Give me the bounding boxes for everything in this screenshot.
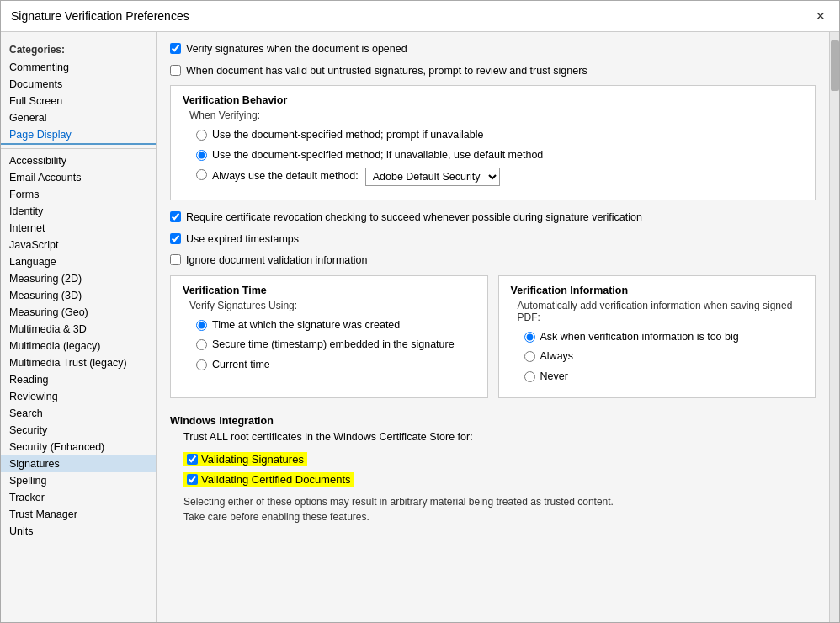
verify-method-radio-2[interactable]: [196, 150, 207, 161]
expired-timestamps-label: Use expired timestamps: [186, 232, 299, 248]
validating-signatures-label: Validating Signatures: [201, 453, 304, 466]
verify-on-open-label: Verify signatures when the document is o…: [186, 42, 407, 57]
sidebar-item-multimedia-legacy[interactable]: Multimedia (legacy): [1, 338, 156, 354]
scrollbar-track[interactable]: [829, 32, 839, 622]
sidebar-item-documents[interactable]: Documents: [1, 76, 156, 93]
verify-time-label-1: Time at which the signature was created: [212, 318, 400, 333]
sidebar-item-javascript[interactable]: JavaScript: [1, 237, 156, 253]
verify-method-label-2: Use the document-specified method; if un…: [212, 148, 543, 163]
ignore-validation-label: Ignore document validation information: [186, 253, 367, 269]
panel-body: Verify signatures when the document is o…: [157, 32, 829, 622]
sidebar-item-reading[interactable]: Reading: [1, 371, 156, 388]
ignore-validation-row: Ignore document validation information: [170, 253, 816, 269]
sidebar-item-multimedia-trust[interactable]: Multimedia Trust (legacy): [1, 354, 156, 371]
sidebar-item-identity[interactable]: Identity: [1, 203, 156, 220]
default-method-select[interactable]: Adobe Default Security: [365, 168, 500, 186]
sidebar-item-security-enhanced[interactable]: Security (Enhanced): [1, 439, 156, 455]
sidebar-item-reviewing[interactable]: Reviewing: [1, 388, 156, 405]
vi-radio-row-3: Never: [524, 370, 804, 385]
verify-method-label-1: Use the document-specified method; promp…: [212, 128, 483, 143]
sidebar-item-general[interactable]: General: [1, 109, 156, 126]
verify-info-label-3: Never: [540, 370, 568, 385]
sidebar-divider: [1, 148, 156, 149]
verification-time-subtitle: Verify Signatures Using:: [189, 300, 476, 312]
sidebar-item-measuring-2d[interactable]: Measuring (2D): [1, 270, 156, 287]
verification-info-subtitle: Automatically add verification informati…: [518, 300, 804, 323]
cert-revocation-label: Require certificate revocation checking …: [186, 210, 642, 226]
sidebar-item-tracker[interactable]: Tracker: [1, 489, 156, 506]
scrollbar-thumb[interactable]: [831, 40, 839, 91]
vt-radio-row-3: Current time: [196, 358, 476, 373]
sidebar-item-internet[interactable]: Internet: [1, 220, 156, 237]
sidebar: Categories: Commenting Documents Full Sc…: [1, 32, 157, 622]
vi-radio-row-1: Ask when verification information is too…: [524, 330, 804, 345]
windows-integration-warning: Selecting either of these options may re…: [183, 494, 816, 524]
verify-time-radio-3[interactable]: [196, 359, 207, 370]
sidebar-item-page-display[interactable]: Page Display: [1, 126, 156, 145]
validating-signatures-checkbox[interactable]: [187, 454, 198, 465]
verify-time-radio-1[interactable]: [196, 320, 207, 331]
dialog-title: Signature Verification Preferences: [11, 9, 189, 23]
always-default-row: Always use the default method: Adobe Def…: [212, 168, 500, 186]
main-content: Categories: Commenting Documents Full Sc…: [1, 32, 839, 622]
cert-revocation-checkbox[interactable]: [170, 211, 181, 222]
validating-certified-label: Validating Certified Documents: [201, 473, 351, 486]
verify-on-open-row: Verify signatures when the document is o…: [170, 42, 816, 57]
sidebar-item-forms[interactable]: Forms: [1, 186, 156, 203]
sidebar-item-measuring-3d[interactable]: Measuring (3D): [1, 287, 156, 304]
sidebar-item-email-accounts[interactable]: Email Accounts: [1, 169, 156, 186]
verification-behavior-section: Verification Behavior When Verifying: Us…: [170, 85, 816, 200]
validating-signatures-row: Validating Signatures: [183, 452, 816, 467]
verify-info-label-2: Always: [540, 349, 574, 365]
verify-info-radio-1[interactable]: [524, 332, 535, 343]
verification-info-title: Verification Information: [511, 285, 804, 296]
categories-label: Categories:: [1, 39, 156, 59]
verification-time-title: Verification Time: [183, 285, 476, 296]
verification-time-section: Verification Time Verify Signatures Usin…: [170, 275, 488, 399]
verify-info-radio-2[interactable]: [524, 351, 535, 362]
sidebar-item-multimedia-3d[interactable]: Multimedia & 3D: [1, 321, 156, 338]
trust-all-label: Trust ALL root certificates in the Windo…: [183, 430, 816, 445]
radio-row-doc-method-default: Use the document-specified method; if un…: [196, 148, 803, 163]
ignore-validation-checkbox[interactable]: [170, 254, 181, 265]
verify-method-radio-3[interactable]: [196, 169, 207, 180]
windows-integration-title: Windows Integration: [170, 415, 816, 427]
right-panel: Verify signatures when the document is o…: [157, 32, 829, 622]
verify-info-label-1: Ask when verification information is too…: [540, 330, 739, 345]
untrusted-signatures-checkbox[interactable]: [170, 65, 181, 76]
verify-info-radio-3[interactable]: [524, 371, 535, 382]
sidebar-item-language[interactable]: Language: [1, 253, 156, 270]
validating-signatures-highlight: Validating Signatures: [183, 452, 307, 466]
sidebar-item-search[interactable]: Search: [1, 405, 156, 422]
verify-method-radio-1[interactable]: [196, 130, 207, 141]
radio-row-doc-method-prompt: Use the document-specified method; promp…: [196, 128, 803, 143]
verification-behavior-subtitle: When Verifying:: [189, 109, 803, 121]
verify-on-open-checkbox[interactable]: [170, 43, 181, 54]
sidebar-item-trust-manager[interactable]: Trust Manager: [1, 506, 156, 523]
verification-behavior-title: Verification Behavior: [183, 94, 803, 106]
validating-certified-highlight: Validating Certified Documents: [183, 472, 354, 487]
radio-row-always-default: Always use the default method: Adobe Def…: [196, 168, 803, 186]
preferences-dialog: Signature Verification Preferences ✕ Cat…: [0, 0, 840, 623]
verify-time-label-3: Current time: [212, 358, 270, 373]
sidebar-item-commenting[interactable]: Commenting: [1, 59, 156, 76]
close-button[interactable]: ✕: [812, 8, 829, 24]
sidebar-item-spelling[interactable]: Spelling: [1, 472, 156, 489]
windows-integration-section: Windows Integration Trust ALL root certi…: [170, 415, 816, 524]
validating-certified-checkbox[interactable]: [187, 474, 198, 485]
sidebar-item-units[interactable]: Units: [1, 523, 156, 540]
two-col-section: Verification Time Verify Signatures Usin…: [170, 275, 816, 409]
sidebar-item-measuring-geo[interactable]: Measuring (Geo): [1, 304, 156, 321]
verify-time-radio-2[interactable]: [196, 339, 207, 350]
sidebar-item-security[interactable]: Security: [1, 422, 156, 439]
vi-radio-row-2: Always: [524, 349, 804, 365]
verify-time-label-2: Secure time (timestamp) embedded in the …: [212, 338, 455, 353]
sidebar-item-signatures[interactable]: Signatures: [1, 455, 156, 472]
sidebar-item-accessibility[interactable]: Accessibility: [1, 152, 156, 169]
untrusted-signatures-row: When document has valid but untrusted si…: [170, 64, 816, 79]
expired-timestamps-checkbox[interactable]: [170, 233, 181, 244]
sidebar-item-full-screen[interactable]: Full Screen: [1, 93, 156, 109]
vt-radio-row-2: Secure time (timestamp) embedded in the …: [196, 338, 476, 353]
vt-radio-row-1: Time at which the signature was created: [196, 318, 476, 333]
untrusted-signatures-label: When document has valid but untrusted si…: [186, 64, 587, 79]
